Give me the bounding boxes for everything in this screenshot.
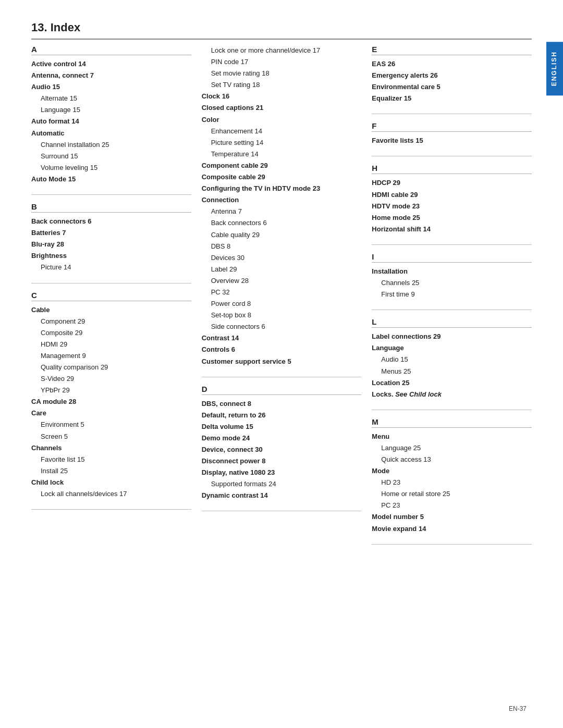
- list-item: Horizontal shift 14: [372, 224, 532, 235]
- list-item: Home or retail store 25: [372, 488, 532, 500]
- list-item: Temperature 14: [202, 149, 362, 160]
- list-item: Default, return to 26: [202, 410, 362, 421]
- list-item: Contrast 14: [202, 332, 362, 344]
- list-item: Closed captions 21: [202, 102, 362, 114]
- list-item: DBS 8: [202, 241, 362, 252]
- page-number: EN-37: [509, 705, 527, 712]
- list-item: Antenna, connect 7: [31, 70, 191, 81]
- list-item: Picture setting 14: [202, 137, 362, 149]
- list-item: HDCP 29: [372, 177, 532, 189]
- column-1: AActive control 14Antenna, connect 7Audi…: [31, 45, 202, 552]
- list-item: Screen 5: [31, 431, 191, 442]
- section-divider: [202, 377, 362, 377]
- list-item: Installation: [372, 266, 532, 277]
- section-letter: H: [372, 164, 532, 174]
- list-item: Auto format 14: [31, 116, 191, 127]
- section-letter: A: [31, 45, 191, 55]
- list-item: Model number 5: [372, 511, 532, 523]
- section-letter: F: [372, 121, 532, 132]
- section-letter: I: [372, 252, 532, 263]
- list-item: Home mode 25: [372, 212, 532, 224]
- list-item: Language 25: [372, 442, 532, 454]
- list-item: Color: [202, 114, 362, 126]
- column-2: Lock one or more channel/device 17PIN co…: [202, 45, 372, 552]
- list-item: Customer support service 5: [202, 356, 362, 367]
- list-item: S-Video 29: [31, 373, 191, 385]
- index-section: AActive control 14Antenna, connect 7Audi…: [31, 45, 191, 185]
- list-item: CA module 28: [31, 396, 191, 408]
- index-section: EEAS 26Emergency alerts 26Environmental …: [372, 45, 532, 104]
- list-item: Label connections 29: [372, 331, 532, 342]
- list-item: Picture 14: [31, 262, 191, 273]
- list-item: HD 23: [372, 477, 532, 488]
- list-item: Language: [372, 342, 532, 354]
- list-item: Install 25: [31, 465, 191, 477]
- section-letter: E: [372, 45, 532, 55]
- list-item: Channels: [31, 442, 191, 454]
- list-item: Devices 30: [202, 252, 362, 264]
- list-item: Active control 14: [31, 58, 191, 70]
- list-item: Cable: [31, 304, 191, 316]
- list-item: Composite cable 29: [202, 171, 362, 183]
- list-item: PIN code 17: [202, 56, 362, 68]
- list-item: Menus 25: [372, 366, 532, 377]
- list-item: Delta volume 15: [202, 421, 362, 433]
- list-item: Display, native 1080 23: [202, 467, 362, 478]
- list-item: Locks. See Child lock: [372, 389, 532, 400]
- list-item: Batteries 7: [31, 227, 191, 239]
- page: ENGLISH 13. Index AActive control 14Ante…: [0, 0, 563, 728]
- index-section: LLabel connections 29LanguageAudio 15Men…: [372, 317, 532, 400]
- list-item: Lock all channels/devices 17: [31, 488, 191, 500]
- list-item: Volume leveling 15: [31, 162, 191, 174]
- section-divider: [372, 310, 532, 310]
- column-3: EEAS 26Emergency alerts 26Environmental …: [372, 45, 532, 552]
- list-item: Dynamic contrast 14: [202, 490, 362, 501]
- list-item: Supported formats 24: [202, 478, 362, 490]
- list-item: Emergency alerts 26: [372, 70, 532, 81]
- section-divider: [372, 244, 532, 245]
- index-section: BBack connectors 6Batteries 7Blu-ray 28B…: [31, 202, 191, 273]
- list-item: Set-top box 8: [202, 310, 362, 321]
- index-section: Lock one or more channel/device 17PIN co…: [202, 45, 362, 367]
- list-item: Alternate 15: [31, 93, 191, 104]
- list-item: Clock 16: [202, 91, 362, 102]
- list-item: PC 32: [202, 287, 362, 298]
- list-item: Quick access 13: [372, 454, 532, 465]
- section-divider: [372, 114, 532, 114]
- section-letter: B: [31, 202, 191, 213]
- list-item: YPbPr 29: [31, 385, 191, 396]
- index-columns: AActive control 14Antenna, connect 7Audi…: [31, 45, 532, 552]
- list-item: Audio 15: [31, 81, 191, 93]
- index-section: CCableComponent 29Composite 29HDMI 29Man…: [31, 291, 191, 500]
- index-section: FFavorite lists 15: [372, 121, 532, 146]
- list-item: Component cable 29: [202, 160, 362, 171]
- list-item: Back connectors 6: [202, 217, 362, 229]
- list-item: Composite 29: [31, 327, 191, 339]
- list-item: Quality comparison 29: [31, 362, 191, 373]
- list-item: Equalizer 15: [372, 93, 532, 104]
- list-item: Component 29: [31, 316, 191, 327]
- list-item: Mode: [372, 465, 532, 477]
- list-item: Set movie rating 18: [202, 68, 362, 79]
- list-item: Care: [31, 408, 191, 419]
- page-title: 13. Index: [31, 21, 532, 40]
- list-item: Blu-ray 28: [31, 239, 191, 250]
- list-item: Lock one or more channel/device 17: [202, 45, 362, 56]
- list-item: Automatic: [31, 128, 191, 139]
- section-divider: [372, 544, 532, 545]
- list-item: Location 25: [372, 377, 532, 389]
- list-item: Side connectors 6: [202, 321, 362, 332]
- list-item: Surround 15: [31, 151, 191, 162]
- list-item: Demo mode 24: [202, 433, 362, 444]
- section-divider: [31, 283, 191, 283]
- list-item: Management 9: [31, 350, 191, 362]
- list-item: Disconnect power 8: [202, 455, 362, 467]
- english-tab: ENGLISH: [546, 42, 563, 95]
- section-letter: D: [202, 385, 362, 395]
- list-item: Label 29: [202, 264, 362, 275]
- index-section: MMenuLanguage 25Quick access 13ModeHD 23…: [372, 417, 532, 535]
- section-divider: [31, 194, 191, 195]
- list-item: Configuring the TV in HDTV mode 23: [202, 183, 362, 194]
- list-item: Cable quality 29: [202, 229, 362, 241]
- list-item: HDTV mode 23: [372, 201, 532, 212]
